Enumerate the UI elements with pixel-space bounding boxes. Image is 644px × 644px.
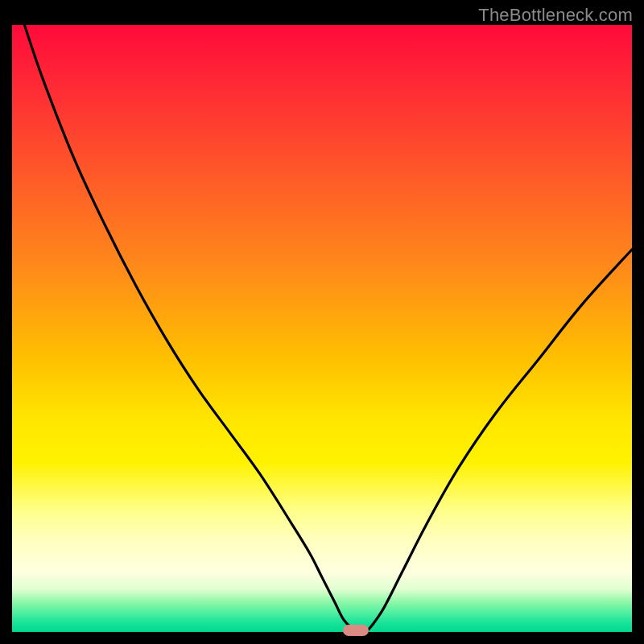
bottleneck-curve (12, 25, 632, 632)
attribution-text: TheBottleneck.com (478, 5, 633, 26)
optimal-marker (343, 625, 369, 636)
curve-path (24, 25, 632, 632)
